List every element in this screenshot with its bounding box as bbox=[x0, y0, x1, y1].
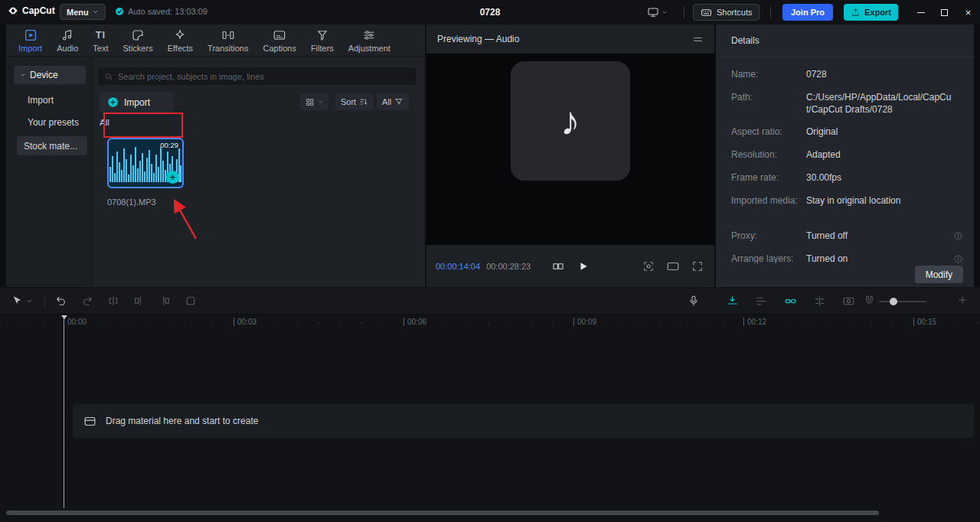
tab-import[interactable]: Import bbox=[18, 28, 42, 53]
timeline-empty-track[interactable]: Drag material here and start to create bbox=[73, 404, 974, 438]
sidebar-item-your-presets[interactable]: Your presets bbox=[28, 117, 79, 128]
timeline-zoom-slider[interactable] bbox=[879, 301, 926, 302]
hamburger-menu-icon[interactable] bbox=[692, 34, 704, 45]
preview-axis-icon bbox=[813, 295, 826, 308]
effects-icon bbox=[173, 28, 187, 42]
playhead[interactable] bbox=[64, 315, 64, 508]
media-tabs: Import Audio TI Text Stickers Effects Tr… bbox=[6, 24, 425, 57]
delete-left-button[interactable] bbox=[133, 295, 145, 307]
timeline-ruler[interactable]: 00:00 00:03 00:06 00:09 00:12 00:15 bbox=[0, 315, 980, 331]
info-icon[interactable] bbox=[953, 231, 963, 241]
titlebar: CapCut Menu Auto saved: 13:03:09 0728 Sh… bbox=[0, 0, 980, 24]
sidebar-item-import[interactable]: Import bbox=[28, 95, 54, 106]
keyboard-icon bbox=[701, 7, 712, 18]
zoom-fit-button[interactable] bbox=[864, 295, 875, 306]
capcut-logo: CapCut bbox=[8, 5, 55, 16]
select-tool-dropdown[interactable] bbox=[26, 298, 33, 305]
plus-circle-icon bbox=[107, 96, 119, 108]
modify-button[interactable]: Modify bbox=[915, 266, 963, 283]
auto-arrange-icon bbox=[755, 295, 768, 308]
delete-right-button[interactable] bbox=[158, 295, 171, 307]
ratio-icon[interactable] bbox=[666, 261, 680, 272]
tab-audio[interactable]: Audio bbox=[57, 28, 78, 53]
shortcuts-button[interactable]: Shortcuts bbox=[693, 4, 760, 21]
maximize-button[interactable] bbox=[933, 0, 956, 24]
capcut-window: CapCut Menu Auto saved: 13:03:09 0728 Sh… bbox=[0, 0, 980, 522]
main-track-magnet-toggle[interactable] bbox=[726, 295, 739, 308]
details-title: Details bbox=[731, 35, 760, 46]
select-tool-button[interactable] bbox=[11, 295, 22, 306]
info-icon[interactable] bbox=[953, 254, 963, 263]
import-media-button[interactable]: Import bbox=[100, 92, 173, 113]
cursor-icon bbox=[11, 295, 22, 306]
tab-transitions[interactable]: Transitions bbox=[207, 28, 248, 53]
tab-text[interactable]: TI Text bbox=[93, 28, 108, 53]
tab-stickers[interactable]: Stickers bbox=[123, 28, 153, 53]
play-icon[interactable] bbox=[578, 261, 589, 272]
detail-row: Arrange layers: Turned on bbox=[731, 253, 966, 263]
display-mode-button[interactable] bbox=[647, 6, 668, 18]
delete-button[interactable] bbox=[185, 295, 197, 307]
sidebar-item-stock-materials[interactable]: Stock mate... bbox=[17, 136, 87, 155]
tab-captions[interactable]: Captions bbox=[263, 28, 296, 53]
horizontal-scrollbar[interactable] bbox=[6, 511, 879, 515]
detail-row: Name: 0728 bbox=[731, 69, 966, 81]
autosave-text: Auto saved: 13:03:09 bbox=[128, 7, 207, 16]
tab-adjustment[interactable]: Adjustment bbox=[348, 28, 390, 53]
audio-clip-thumbnail[interactable]: 00:29 + bbox=[107, 138, 184, 188]
import-icon bbox=[24, 28, 38, 42]
render-preview-toggle[interactable] bbox=[842, 295, 855, 308]
audio-icon bbox=[60, 28, 74, 42]
current-time: 00:00:14:04 bbox=[436, 262, 480, 271]
redo-icon bbox=[81, 295, 93, 307]
maximize-icon bbox=[941, 9, 948, 16]
add-to-timeline-button[interactable]: + bbox=[166, 171, 179, 184]
close-icon: × bbox=[965, 7, 972, 18]
redo-button[interactable] bbox=[81, 295, 93, 307]
section-all-label: All bbox=[100, 118, 109, 127]
record-voiceover-button[interactable] bbox=[688, 295, 700, 307]
export-button[interactable]: Export bbox=[844, 4, 898, 21]
time-display: 00:00:14:04 00:00:28:23 bbox=[436, 262, 531, 271]
delete-right-icon bbox=[158, 295, 171, 307]
media-panel: Import Audio TI Text Stickers Effects Tr… bbox=[6, 24, 425, 287]
plus-icon bbox=[957, 295, 968, 305]
fullscreen-icon[interactable] bbox=[691, 260, 704, 272]
main-track-magnet-icon bbox=[726, 295, 739, 308]
menu-button[interactable]: Menu bbox=[60, 4, 106, 20]
preview-header: Previewing — Audio bbox=[426, 24, 714, 54]
undo-icon bbox=[55, 295, 67, 307]
zoom-in-button[interactable] bbox=[957, 295, 968, 305]
join-pro-button[interactable]: Join Pro bbox=[782, 4, 833, 21]
linkage-toggle[interactable] bbox=[784, 295, 797, 308]
view-mode-button[interactable] bbox=[300, 93, 328, 110]
autosave-status: Auto saved: 13:03:09 bbox=[115, 7, 207, 16]
frame-view-icon[interactable] bbox=[552, 260, 564, 272]
detail-row: Path: C:/Users/HP/AppData/Local/CapCut/C… bbox=[731, 92, 966, 116]
tab-effects[interactable]: Effects bbox=[168, 28, 193, 53]
transitions-icon bbox=[221, 28, 235, 42]
empty-track-text: Drag material here and start to create bbox=[106, 416, 258, 426]
zoom-slider-knob[interactable] bbox=[890, 298, 897, 305]
split-icon bbox=[107, 295, 119, 307]
detail-row: Frame rate: 30.00fps bbox=[731, 172, 966, 184]
grid-view-icon bbox=[305, 97, 315, 107]
preview-viewport[interactable]: ♪ bbox=[426, 54, 714, 245]
preview-tools bbox=[642, 260, 704, 272]
undo-button[interactable] bbox=[55, 295, 67, 307]
sidebar-item-device[interactable]: Device bbox=[14, 66, 86, 84]
filter-button[interactable]: All bbox=[377, 93, 409, 110]
tab-filters[interactable]: Filters bbox=[311, 28, 334, 53]
split-button[interactable] bbox=[107, 295, 119, 307]
filters-icon bbox=[315, 28, 329, 42]
minimize-button[interactable] bbox=[909, 0, 933, 24]
app-name: CapCut bbox=[22, 5, 55, 16]
close-button[interactable]: × bbox=[956, 0, 980, 24]
preview-axis-toggle[interactable] bbox=[813, 295, 826, 308]
focus-icon[interactable] bbox=[642, 260, 655, 272]
search-input[interactable] bbox=[118, 72, 410, 81]
separator bbox=[44, 295, 45, 308]
auto-arrange-toggle[interactable] bbox=[755, 295, 768, 308]
sort-button[interactable]: Sort bbox=[335, 93, 374, 110]
separator bbox=[770, 6, 771, 18]
